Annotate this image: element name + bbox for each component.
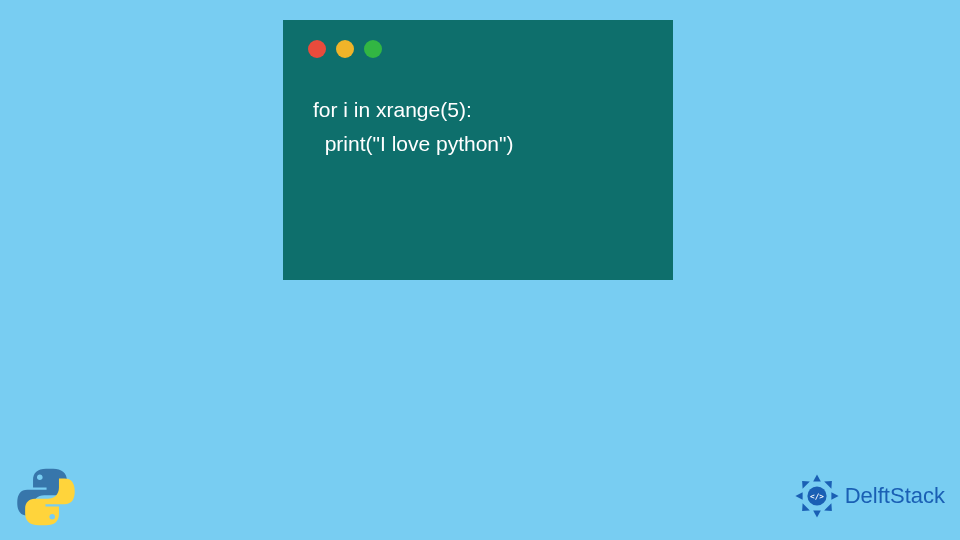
svg-marker-5 <box>802 503 810 511</box>
svg-text:</>: </> <box>810 492 824 501</box>
svg-marker-6 <box>795 492 802 500</box>
svg-marker-7 <box>802 481 810 489</box>
window-controls <box>308 40 653 58</box>
svg-marker-2 <box>831 492 838 500</box>
svg-marker-4 <box>813 510 821 517</box>
svg-marker-0 <box>813 474 821 481</box>
delftstack-emblem-icon: </> <box>793 472 841 520</box>
svg-marker-1 <box>824 481 832 489</box>
close-dot-icon <box>308 40 326 58</box>
minimize-dot-icon <box>336 40 354 58</box>
code-content: for i in xrange(5): print("I love python… <box>303 93 653 160</box>
delftstack-logo: </> DelftStack <box>793 472 945 520</box>
code-window: for i in xrange(5): print("I love python… <box>283 20 673 280</box>
python-logo-icon <box>15 466 77 528</box>
brand-label: DelftStack <box>845 483 945 509</box>
maximize-dot-icon <box>364 40 382 58</box>
svg-marker-3 <box>824 503 832 511</box>
code-line-2: print("I love python") <box>313 127 653 161</box>
code-line-1: for i in xrange(5): <box>313 93 653 127</box>
